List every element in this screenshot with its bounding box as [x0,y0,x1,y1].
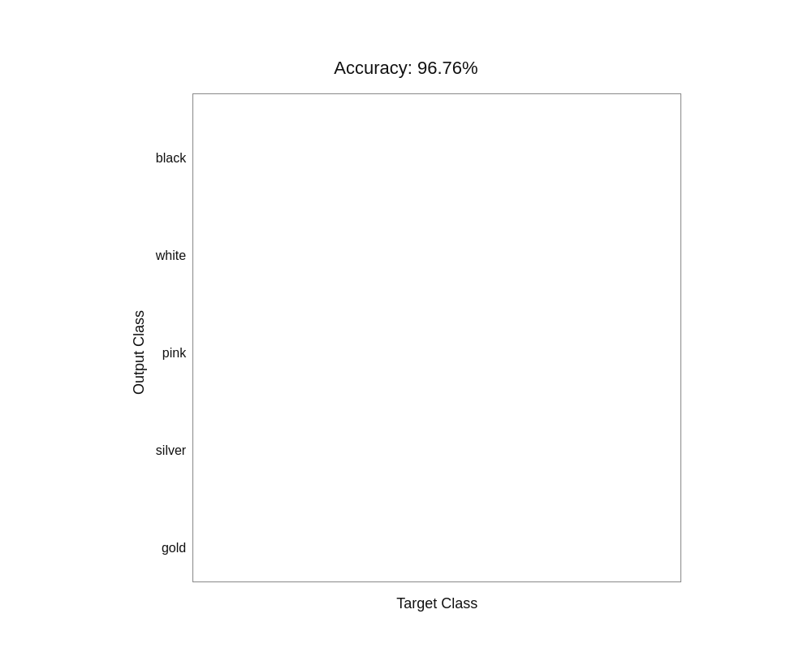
matrix-and-x: Target Class [192,93,681,612]
chart-body: Output Class blackwhitepinksilvergold Ta… [131,93,681,612]
x-axis-label: Target Class [396,595,477,612]
y-tick-black: black [156,110,186,207]
y-tick-silver: silver [156,402,186,499]
chart-title: Accuracy: 96.76% [334,58,477,79]
y-tick-gold: gold [156,499,186,597]
y-axis-label: Output Class [131,310,148,395]
y-tick-pink: pink [156,305,186,402]
confusion-matrix [192,93,681,582]
y-tick-white: white [156,207,186,305]
confusion-matrix-container: Accuracy: 96.76% Output Class blackwhite… [57,58,755,612]
y-axis-ticks: blackwhitepinksilvergold [156,110,186,597]
